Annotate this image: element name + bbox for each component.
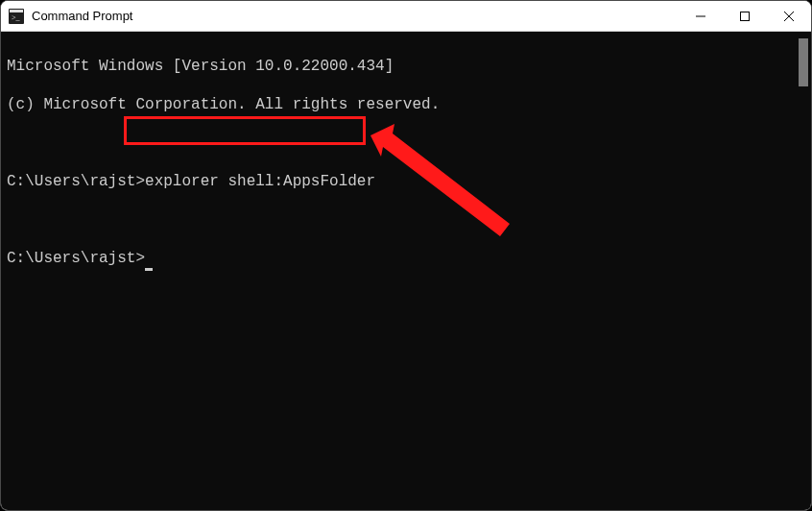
svg-rect-1 xyxy=(10,10,23,12)
prompt-line-2: C:\Users\rajst> xyxy=(7,249,811,268)
blank-line xyxy=(7,210,811,230)
banner-line-2: (c) Microsoft Corporation. All rights re… xyxy=(7,95,811,114)
svg-rect-4 xyxy=(741,12,750,20)
cmd-icon: >_ xyxy=(9,9,24,24)
maximize-button[interactable] xyxy=(723,1,767,31)
blank-line xyxy=(7,134,811,153)
prompt-prefix: C:\Users\rajst> xyxy=(7,250,145,267)
entered-command: explorer shell:AppsFolder xyxy=(145,173,375,190)
close-button[interactable] xyxy=(767,1,811,31)
window-title: Command Prompt xyxy=(32,9,679,23)
cursor xyxy=(145,268,153,271)
command-prompt-window: >_ Command Prompt Microsoft Windows [Ver… xyxy=(0,0,812,511)
prompt-line-1: C:\Users\rajst>explorer shell:AppsFolder xyxy=(7,172,811,191)
terminal-output[interactable]: Microsoft Windows [Version 10.0.22000.43… xyxy=(1,32,811,510)
scrollbar-thumb[interactable] xyxy=(799,38,808,86)
scrollbar[interactable] xyxy=(797,33,810,509)
prompt-prefix: C:\Users\rajst> xyxy=(7,173,145,190)
svg-text:>_: >_ xyxy=(12,13,21,22)
minimize-button[interactable] xyxy=(679,1,723,31)
window-controls xyxy=(679,1,811,31)
titlebar[interactable]: >_ Command Prompt xyxy=(1,1,811,32)
banner-line-1: Microsoft Windows [Version 10.0.22000.43… xyxy=(7,57,811,76)
